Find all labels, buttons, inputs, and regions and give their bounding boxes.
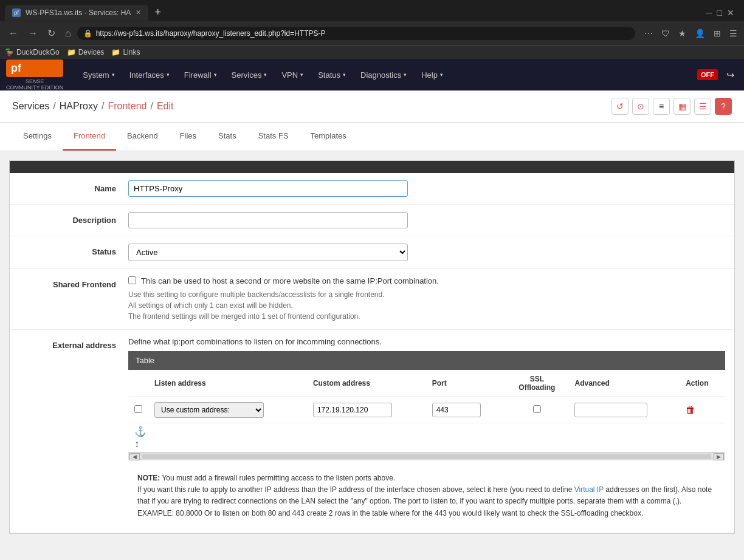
name-label: Name <box>19 180 128 193</box>
description-input[interactable] <box>128 212 408 228</box>
browser-tab-active[interactable]: pf WS-PFS1a.ws.its - Services: HA ✕ <box>5 5 148 21</box>
nav-item-diagnostics[interactable]: Diagnostics ▾ <box>353 61 414 89</box>
description-label: Description <box>19 212 128 225</box>
breadcrumb-edit: Edit <box>157 101 174 112</box>
power-badge[interactable]: OFF <box>697 69 718 80</box>
nav-item-help[interactable]: Help ▾ <box>414 61 450 89</box>
listen-address-select[interactable]: Use custom address: <box>154 402 264 418</box>
breadcrumb-frontend[interactable]: Frontend <box>108 101 146 112</box>
shields-btn[interactable]: 🛡 <box>660 27 672 40</box>
description-control <box>128 212 725 228</box>
breadcrumb-haproxy[interactable]: HAProxy <box>60 101 98 112</box>
horizontal-scrollbar[interactable]: ◀ ▶ <box>128 452 725 460</box>
diagnostics-caret-icon: ▾ <box>404 72 407 78</box>
nav-right-actions: OFF ↪ <box>697 66 738 84</box>
custom-address-input[interactable] <box>313 403 392 417</box>
tab-templates[interactable]: Templates <box>300 123 357 151</box>
tab-settings[interactable]: Settings <box>12 123 63 151</box>
table-row: Use custom address: <box>128 397 725 423</box>
external-address-table: Listen address Custom address Port SSLOf… <box>128 370 725 423</box>
name-input[interactable] <box>128 180 408 197</box>
form-container: Name Description Status Active Inactive <box>9 160 735 534</box>
advanced-input[interactable] <box>574 403 647 417</box>
shared-frontend-label: Shared Frontend <box>19 276 128 289</box>
security-icon: 🔒 <box>83 29 92 38</box>
bookmark-duckduckgo[interactable]: 🦆 DuckDuckGo <box>5 48 60 56</box>
star-btn[interactable]: ★ <box>677 27 688 40</box>
action-icon-circle[interactable]: ⊙ <box>632 98 649 115</box>
status-select[interactable]: Active Inactive <box>128 244 408 261</box>
tab-files[interactable]: Files <box>169 123 207 151</box>
page-content: Services / HAProxy / Frontend / Edit ↺ ⊙… <box>0 90 744 560</box>
action-icon-help[interactable]: ? <box>715 98 732 115</box>
row-port-cell <box>426 397 505 423</box>
scroll-left-button[interactable]: ◀ <box>129 453 140 460</box>
form-row-name: Name <box>10 173 734 205</box>
action-icon-chart[interactable]: ▦ <box>673 98 691 115</box>
shared-frontend-help1: Use this setting to configure multiple b… <box>128 289 725 322</box>
anchor-icon[interactable]: ⚓ <box>134 426 719 437</box>
form-row-description: Description <box>10 205 734 236</box>
window-minimize-button[interactable]: ─ <box>706 8 712 18</box>
shared-frontend-checkbox[interactable] <box>128 276 136 284</box>
row-select-checkbox[interactable] <box>134 405 142 413</box>
action-icon-refresh[interactable]: ↺ <box>611 98 629 115</box>
row-custom-address-cell <box>307 397 426 423</box>
breadcrumb-sep1: / <box>53 101 55 112</box>
bookmark-btn[interactable]: ⋯ <box>642 27 655 40</box>
tab-frontend[interactable]: Frontend <box>63 123 116 151</box>
row-ssl-cell <box>505 397 568 423</box>
extensions-btn[interactable]: ⊞ <box>712 27 723 40</box>
profile-btn[interactable]: 👤 <box>693 27 707 40</box>
form-row-external-address: External address Define what ip:port com… <box>10 330 734 533</box>
window-close-button[interactable]: ✕ <box>727 8 734 18</box>
home-button[interactable]: ⌂ <box>61 26 75 41</box>
address-bar-input[interactable] <box>96 29 629 38</box>
system-caret-icon: ▾ <box>112 72 115 78</box>
breadcrumb-services[interactable]: Services <box>12 101 49 112</box>
nav-item-vpn[interactable]: VPN ▾ <box>274 61 311 89</box>
virtual-ip-link[interactable]: Virtual IP <box>574 485 604 494</box>
external-address-desc: Define what ip:port combinations to list… <box>128 337 725 460</box>
port-input[interactable] <box>432 403 481 417</box>
new-tab-button[interactable]: + <box>148 4 170 21</box>
tab-favicon: pf <box>12 9 21 17</box>
shared-frontend-text: This can be used to host a second or mor… <box>141 276 439 285</box>
scroll-right-button[interactable]: ▶ <box>714 453 724 460</box>
browser-chrome: pf WS-PFS1a.ws.its - Services: HA ✕ + ─ … <box>0 0 744 59</box>
reload-button[interactable]: ↻ <box>44 25 59 41</box>
breadcrumb-sep2: / <box>102 101 104 112</box>
logo-mark: pf <box>6 60 63 77</box>
ssl-offloading-checkbox[interactable] <box>533 405 541 413</box>
nav-item-firewall[interactable]: Firewall ▾ <box>177 61 224 89</box>
form-row-status: Status Active Inactive <box>10 236 734 269</box>
forward-button[interactable]: → <box>24 26 41 41</box>
nav-logout-icon[interactable]: ↪ <box>723 66 738 84</box>
tabs-bar: Settings Frontend Backend Files Stats St… <box>0 123 744 151</box>
tab-stats[interactable]: Stats <box>207 123 247 151</box>
tab-stats-fs[interactable]: Stats FS <box>247 123 300 151</box>
nav-item-status[interactable]: Status ▾ <box>311 61 353 89</box>
action-icon-list[interactable]: ☰ <box>694 98 711 115</box>
menu-btn[interactable]: ☰ <box>728 27 739 40</box>
sort-icon[interactable]: ↕ <box>134 439 719 449</box>
col-advanced-header: Advanced <box>568 370 680 397</box>
col-ssl-header: SSLOffloading <box>505 370 568 397</box>
nav-item-services[interactable]: Services ▾ <box>224 61 275 89</box>
bookmark-devices[interactable]: 📁 Devices <box>67 48 105 56</box>
nav-item-system[interactable]: System ▾ <box>75 61 122 89</box>
action-icon-settings[interactable]: ≡ <box>653 98 670 115</box>
back-button[interactable]: ← <box>5 26 22 41</box>
name-control <box>128 180 725 197</box>
window-maximize-button[interactable]: □ <box>717 8 722 18</box>
main-nav-menu: System ▾ Interfaces ▾ Firewall ▾ Service… <box>75 61 697 89</box>
delete-row-icon[interactable]: 🗑 <box>686 405 695 415</box>
tab-close-button[interactable]: ✕ <box>136 9 141 16</box>
help-caret-icon: ▾ <box>440 72 443 78</box>
tab-backend[interactable]: Backend <box>116 123 169 151</box>
row-advanced-cell <box>568 397 680 423</box>
nav-item-interfaces[interactable]: Interfaces ▾ <box>122 61 177 89</box>
table-header: Table <box>128 351 725 370</box>
bookmark-links[interactable]: 📁 Links <box>111 48 140 56</box>
col-port-header: Port <box>426 370 505 397</box>
